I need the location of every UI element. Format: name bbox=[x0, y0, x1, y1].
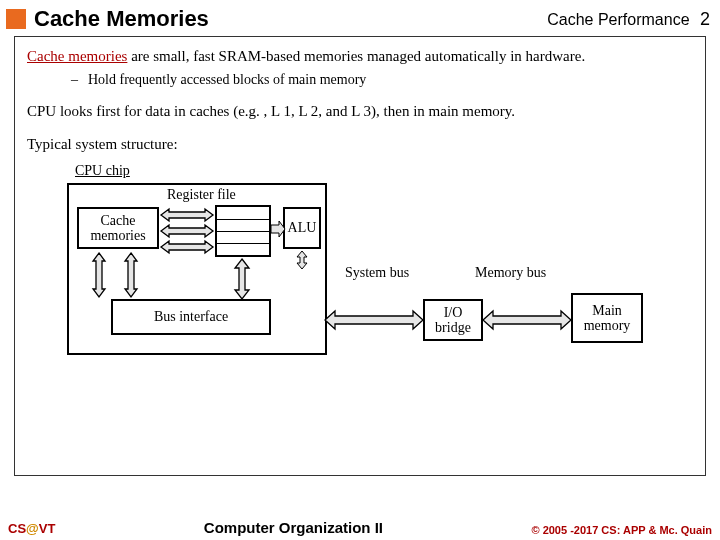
regfile-busif-arrow-icon bbox=[233, 259, 251, 299]
accent-square-icon bbox=[6, 9, 26, 29]
register-row bbox=[217, 207, 269, 219]
alu-down-arrow-icon bbox=[295, 251, 309, 269]
alu-text: ALU bbox=[288, 220, 317, 236]
cpu-chip-label: CPU chip bbox=[75, 163, 130, 179]
footer-left: CS@VT bbox=[8, 521, 55, 536]
content-frame: Cache memories are small, fast SRAM-base… bbox=[14, 36, 706, 476]
slide-footer: CS@VT Computer Organization II © 2005 -2… bbox=[0, 519, 720, 536]
bus-interface-text: Bus interface bbox=[154, 309, 228, 325]
footer-at: @ bbox=[26, 521, 39, 536]
cache-memories-box: Cache memories bbox=[77, 207, 159, 249]
slide-header: Cache Memories Cache Performance 2 bbox=[0, 0, 720, 36]
main-memory-box: Main memory bbox=[571, 293, 643, 343]
system-diagram: CPU chip Register file Cache memories AL… bbox=[67, 163, 667, 373]
intro-paragraph: Cache memories are small, fast SRAM-base… bbox=[27, 47, 693, 66]
main-memory-text: Main memory bbox=[573, 303, 641, 334]
system-bus-label: System bus bbox=[345, 265, 409, 281]
regfile-alu-arrow-icon bbox=[271, 221, 285, 237]
bullet-item: Hold frequently accessed blocks of main … bbox=[71, 72, 693, 88]
svg-marker-7 bbox=[325, 311, 423, 329]
register-file-label: Register file bbox=[167, 187, 236, 203]
footer-cs: CS bbox=[8, 521, 26, 536]
svg-marker-0 bbox=[161, 209, 213, 221]
cache-regfile-arrows-icon bbox=[159, 209, 215, 253]
footer-center: Computer Organization II bbox=[204, 519, 383, 536]
header-right: Cache Performance 2 bbox=[547, 9, 710, 30]
intro-keyword: Cache memories bbox=[27, 48, 127, 64]
io-bridge-text: I/O bridge bbox=[425, 305, 481, 336]
intro-text: are small, fast SRAM-based memories mana… bbox=[127, 48, 585, 64]
register-row bbox=[217, 220, 269, 232]
register-row bbox=[217, 232, 269, 244]
register-row bbox=[217, 244, 269, 255]
svg-marker-6 bbox=[235, 259, 249, 299]
paragraph-2: CPU looks first for data in caches (e.g.… bbox=[27, 102, 693, 121]
svg-marker-9 bbox=[297, 251, 307, 269]
register-file-box bbox=[215, 205, 271, 257]
page-number: 2 bbox=[700, 9, 710, 29]
cache-memories-text: Cache memories bbox=[79, 213, 157, 244]
memory-bus-label: Memory bus bbox=[475, 265, 546, 281]
footer-right: © 2005 -2017 CS: APP & Mc. Quain bbox=[531, 524, 712, 536]
alu-box: ALU bbox=[283, 207, 321, 249]
svg-marker-4 bbox=[93, 253, 105, 297]
svg-marker-5 bbox=[125, 253, 137, 297]
svg-marker-8 bbox=[483, 311, 571, 329]
slide-title: Cache Memories bbox=[34, 6, 209, 32]
footer-vt: VT bbox=[39, 521, 56, 536]
io-bridge-box: I/O bridge bbox=[423, 299, 483, 341]
header-left: Cache Memories bbox=[6, 6, 209, 32]
bus-interface-box: Bus interface bbox=[111, 299, 271, 335]
cache-busif-arrows-icon bbox=[91, 251, 143, 299]
svg-marker-3 bbox=[271, 221, 285, 237]
topic-label: Cache Performance bbox=[547, 11, 689, 28]
system-bus-arrow-icon bbox=[325, 311, 423, 329]
svg-marker-2 bbox=[161, 241, 213, 253]
memory-bus-arrow-icon bbox=[483, 311, 571, 329]
svg-marker-1 bbox=[161, 225, 213, 237]
paragraph-3: Typical system structure: bbox=[27, 135, 693, 154]
